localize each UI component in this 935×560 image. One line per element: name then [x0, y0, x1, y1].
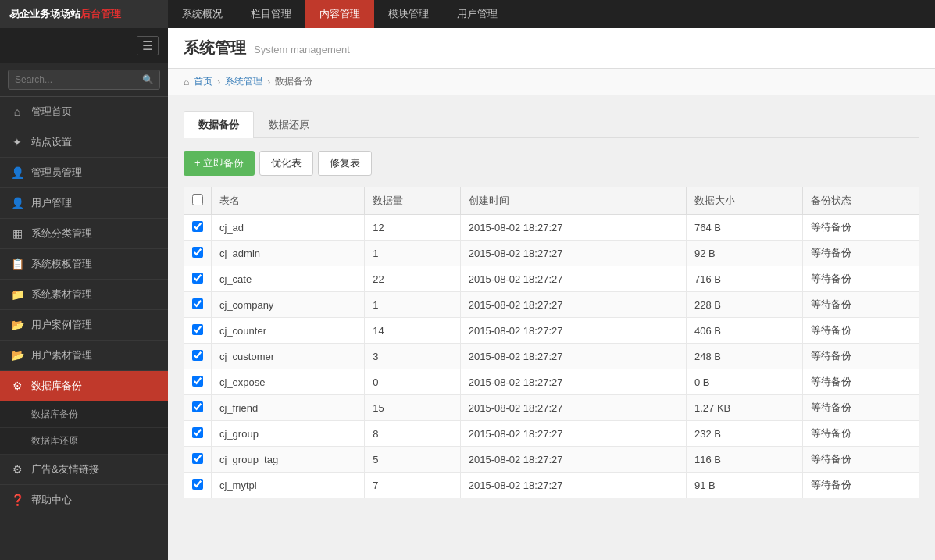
status-badge: 等待备份: [802, 447, 919, 473]
sidebar-item-material-mgmt[interactable]: 📁系统素材管理: [0, 280, 168, 310]
sidebar-item-admin-mgmt[interactable]: 👤管理员管理: [0, 158, 168, 188]
row-checkbox-6[interactable]: [192, 376, 203, 387]
cell-1: 3: [365, 344, 460, 369]
sidebar-item-help-center[interactable]: ❓帮助中心: [0, 485, 168, 515]
status-badge: 等待备份: [802, 421, 919, 447]
status-badge: 等待备份: [802, 395, 919, 421]
breadcrumb-home-link[interactable]: 首页: [194, 75, 212, 88]
sidebar-item-user-material[interactable]: 📂用户素材管理: [0, 341, 168, 371]
tab-restore[interactable]: 数据还原: [254, 111, 324, 138]
sidebar: ☰ 🔍 ⌂管理首页✦站点设置👤管理员管理👤用户管理▦系统分类管理📋系统模板管理📁…: [0, 28, 168, 560]
cell-1: 5: [365, 447, 460, 473]
sidebar-item-case-mgmt[interactable]: 📂用户案例管理: [0, 310, 168, 341]
top-nav-item-用户管理[interactable]: 用户管理: [443, 0, 512, 28]
sidebar-label-dashboard: 管理首页: [31, 105, 72, 119]
sidebar-item-site-settings[interactable]: ✦站点设置: [0, 127, 168, 158]
cell-1: 14: [365, 318, 460, 344]
cell-1: 1: [365, 241, 460, 266]
backup-now-button[interactable]: + 立即备份: [184, 151, 255, 176]
cell-0: cj_mytpl: [212, 473, 365, 498]
row-checkbox-4[interactable]: [192, 324, 203, 335]
row-checkbox-1[interactable]: [192, 247, 203, 258]
sidebar-label-user-material: 用户素材管理: [31, 348, 92, 362]
row-checkbox-5[interactable]: [192, 350, 203, 361]
cell-2: 2015-08-02 18:27:27: [460, 215, 686, 241]
cell-1: 12: [365, 215, 460, 241]
cell-2: 2015-08-02 18:27:27: [460, 292, 686, 318]
col-header-数据量: 数据量: [365, 187, 460, 215]
optimize-button[interactable]: 优化表: [259, 151, 313, 176]
home-icon: ⌂: [184, 77, 189, 87]
cell-2: 2015-08-02 18:27:27: [460, 473, 686, 498]
sidebar-label-ad-links: 广告&友情链接: [31, 462, 99, 476]
select-all-checkbox[interactable]: [192, 194, 203, 205]
category-mgmt-icon: ▦: [11, 227, 23, 240]
row-checkbox-10[interactable]: [192, 479, 203, 490]
sidebar-item-user-mgmt[interactable]: 👤用户管理: [0, 188, 168, 219]
table-row: cj_company12015-08-02 18:27:27228 B等待备份: [184, 292, 919, 318]
cell-2: 2015-08-02 18:27:27: [460, 266, 686, 292]
cell-1: 7: [365, 473, 460, 498]
sidebar-sub-item-db-backup-sub[interactable]: 数据库备份: [0, 401, 168, 428]
cell-0: cj_group: [212, 421, 365, 447]
row-checkbox-2[interactable]: [192, 273, 203, 284]
cell-2: 2015-08-02 18:27:27: [460, 395, 686, 421]
top-nav-item-模块管理[interactable]: 模块管理: [374, 0, 443, 28]
search-icon: 🔍: [142, 74, 154, 85]
breadcrumb-parent-link[interactable]: 系统管理: [225, 75, 262, 88]
cell-3: 248 B: [686, 344, 802, 369]
sidebar-label-site-settings: 站点设置: [31, 135, 72, 149]
cell-1: 15: [365, 395, 460, 421]
cell-1: 8: [365, 421, 460, 447]
breadcrumb: ⌂ 首页 › 系统管理 › 数据备份: [168, 69, 935, 95]
template-mgmt-icon: 📋: [11, 258, 23, 270]
sidebar-item-dashboard[interactable]: ⌂管理首页: [0, 97, 168, 127]
tab-backup[interactable]: 数据备份: [184, 111, 254, 138]
cell-2: 2015-08-02 18:27:27: [460, 344, 686, 369]
cell-3: 92 B: [686, 241, 802, 266]
table-body: cj_ad122015-08-02 18:27:27764 B等待备份cj_ad…: [184, 215, 919, 498]
cell-3: 116 B: [686, 447, 802, 473]
top-nav-item-栏目管理[interactable]: 栏目管理: [237, 0, 305, 28]
logo-text: 易企业务场场站后台管理: [9, 7, 121, 21]
sidebar-item-category-mgmt[interactable]: ▦系统分类管理: [0, 219, 168, 249]
data-table: 表名数据量创建时间数据大小备份状态 cj_ad122015-08-02 18:2…: [184, 187, 919, 498]
content-inner: 数据备份数据还原 + 立即备份 优化表 修复表 表名数据量创建时间数据大小备份状…: [168, 95, 935, 514]
row-checkbox-7[interactable]: [192, 401, 203, 412]
sidebar-item-ad-links[interactable]: ⚙广告&友情链接: [0, 455, 168, 485]
cell-2: 2015-08-02 18:27:27: [460, 318, 686, 344]
breadcrumb-current: 数据备份: [275, 75, 312, 88]
cell-3: 764 B: [686, 215, 802, 241]
table-row: cj_mytpl72015-08-02 18:27:2791 B等待备份: [184, 473, 919, 498]
page-title-cn: 系统管理: [184, 37, 246, 59]
col-header-表名: 表名: [212, 187, 365, 215]
admin-mgmt-icon: 👤: [11, 166, 23, 179]
sidebar-nav: ⌂管理首页✦站点设置👤管理员管理👤用户管理▦系统分类管理📋系统模板管理📁系统素材…: [0, 97, 168, 515]
repair-button[interactable]: 修复表: [318, 151, 372, 176]
page-title-en: System management: [254, 44, 350, 55]
sidebar-sub-item-db-restore-sub[interactable]: 数据库还原: [0, 428, 168, 455]
app-logo: 易企业务场场站后台管理: [0, 0, 168, 28]
menu-toggle-icon[interactable]: ☰: [137, 36, 159, 55]
sidebar-label-help-center: 帮助中心: [31, 493, 72, 507]
sidebar-label-admin-mgmt: 管理员管理: [31, 166, 82, 180]
row-checkbox-0[interactable]: [192, 221, 203, 232]
search-input[interactable]: [8, 70, 160, 90]
top-nav-item-系统概况[interactable]: 系统概况: [168, 0, 237, 28]
cell-3: 716 B: [686, 266, 802, 292]
sidebar-item-db-backup[interactable]: ⚙数据库备份: [0, 371, 168, 401]
sidebar-item-template-mgmt[interactable]: 📋系统模板管理: [0, 249, 168, 280]
main-layout: ☰ 🔍 ⌂管理首页✦站点设置👤管理员管理👤用户管理▦系统分类管理📋系统模板管理📁…: [0, 28, 935, 560]
top-nav-item-内容管理[interactable]: 内容管理: [305, 0, 374, 28]
col-header-备份状态: 备份状态: [802, 187, 919, 215]
cell-0: cj_cate: [212, 266, 365, 292]
user-material-icon: 📂: [11, 349, 23, 362]
table-row: cj_group_tag52015-08-02 18:27:27116 B等待备…: [184, 447, 919, 473]
status-badge: 等待备份: [802, 292, 919, 318]
row-checkbox-8[interactable]: [192, 427, 203, 438]
table-row: cj_ad122015-08-02 18:27:27764 B等待备份: [184, 215, 919, 241]
cell-0: cj_admin: [212, 241, 365, 266]
cell-3: 0 B: [686, 369, 802, 395]
row-checkbox-9[interactable]: [192, 453, 203, 464]
row-checkbox-3[interactable]: [192, 298, 203, 309]
